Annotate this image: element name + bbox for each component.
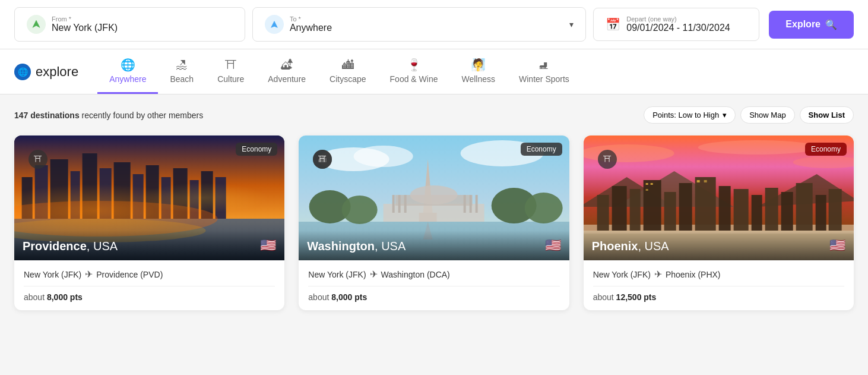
svg-rect-38 (470, 195, 472, 213)
card-badge-washington: Economy (521, 143, 562, 156)
tab-cityscape-label: Cityscape (330, 74, 366, 84)
logo-icon: 🌐 (14, 64, 31, 80)
sort-chevron-icon: ▾ (723, 111, 727, 119)
svg-rect-51 (612, 186, 626, 231)
card-location-providence: Providence, USA 🇺🇸 (14, 231, 284, 260)
tab-beach-label: Beach (170, 74, 194, 84)
card-price-phoenix: about 12,500 pts (593, 292, 844, 302)
tab-wellness-label: Wellness (462, 74, 496, 84)
card-city-phoenix: Phoenix, USA (592, 240, 669, 253)
to-label: To * (290, 15, 332, 23)
svg-marker-1 (271, 21, 278, 28)
svg-rect-9 (100, 168, 112, 219)
card-image-providence: ⛩ Economy Providence, USA 🇺🇸 (14, 135, 284, 260)
card-route-washington: New York (JFK) ✈ Washington (DCA) (308, 269, 559, 286)
svg-rect-13 (161, 177, 171, 219)
search-bar: From * New York (JFK) To * Anywhere ▾ 📅 … (0, 0, 868, 49)
svg-rect-8 (83, 153, 97, 219)
card-price-washington: about 8,000 pts (308, 292, 559, 302)
tab-food-wine[interactable]: 🍷 Food & Wine (378, 49, 450, 94)
tab-culture-label: Culture (217, 74, 244, 84)
route-to-washington: Washington (DCA) (381, 270, 450, 279)
card-location-phoenix: Phoenix, USA 🇺🇸 (584, 231, 854, 260)
show-map-button[interactable]: Show Map (740, 106, 794, 124)
tab-anywhere[interactable]: 🌐 Anywhere (97, 49, 158, 94)
svg-rect-68 (696, 180, 699, 182)
to-field[interactable]: To * Anywhere ▾ (252, 7, 586, 42)
svg-rect-52 (629, 189, 640, 231)
card-image-phoenix: ⛩ Economy Phoenix, USA 🇺🇸 (584, 135, 854, 260)
date-label: Depart (one way) (626, 15, 730, 23)
svg-rect-15 (190, 180, 199, 219)
tab-winter-sports[interactable]: ⛸ Winter Sports (507, 50, 581, 94)
svg-rect-65 (645, 183, 648, 185)
card-city-washington: Washington, USA (307, 240, 406, 253)
tab-wellness[interactable]: 🧖 Wellness (450, 49, 508, 94)
culture-tag-icon: ⛩ (28, 150, 47, 169)
svg-rect-12 (146, 165, 159, 219)
main-content: 147 destinations recently found by other… (0, 94, 868, 322)
destination-card-providence[interactable]: ⛩ Economy Providence, USA 🇺🇸 New York (J… (14, 135, 284, 310)
results-header: 147 destinations recently found by other… (14, 106, 854, 124)
svg-rect-56 (695, 177, 715, 231)
svg-rect-16 (201, 171, 213, 219)
date-field[interactable]: 📅 Depart (one way) 09/01/2024 - 11/30/20… (593, 8, 759, 41)
svg-rect-36 (404, 195, 407, 213)
from-value: New York (JFK) (52, 23, 118, 33)
nav-tabs: 🌐 Anywhere 🏖 Beach ⛩ Culture 🏕 Adventure… (97, 49, 581, 94)
svg-rect-39 (476, 195, 478, 213)
beach-icon: 🏖 (176, 58, 188, 72)
tab-cityscape[interactable]: 🏙 Cityscape (318, 50, 378, 94)
svg-point-30 (525, 193, 563, 223)
svg-rect-63 (815, 195, 826, 231)
card-location-washington: Washington, USA 🇺🇸 (299, 231, 569, 260)
svg-rect-67 (645, 189, 648, 191)
card-info-washington: New York (JFK) ✈ Washington (DCA) about … (299, 260, 569, 310)
culture-tag-icon-3: ⛩ (598, 150, 617, 169)
svg-point-28 (342, 196, 378, 224)
card-flag-providence: 🇺🇸 (260, 238, 276, 253)
card-info-phoenix: New York (JFK) ✈ Phoenix (PHX) about 12,… (584, 260, 854, 310)
tab-anywhere-label: Anywhere (109, 74, 146, 84)
svg-rect-54 (664, 192, 676, 231)
svg-rect-57 (718, 186, 730, 231)
sort-dropdown[interactable]: Points: Low to High ▾ (644, 106, 736, 124)
results-controls: Points: Low to High ▾ Show Map Show List (644, 106, 854, 124)
winter-sports-icon: ⛸ (538, 58, 550, 72)
svg-rect-10 (114, 162, 131, 219)
svg-rect-35 (398, 195, 401, 213)
tab-adventure-label: Adventure (268, 74, 306, 84)
tab-culture[interactable]: ⛩ Culture (205, 50, 256, 94)
tab-adventure[interactable]: 🏕 Adventure (256, 50, 318, 94)
anywhere-icon: 🌐 (121, 58, 135, 72)
from-field[interactable]: From * New York (JFK) (14, 7, 245, 42)
route-from-phoenix: New York (JFK) (593, 270, 651, 279)
svg-rect-61 (781, 192, 793, 231)
svg-rect-7 (71, 171, 80, 219)
food-wine-icon: 🍷 (407, 58, 422, 72)
svg-rect-58 (733, 189, 748, 231)
logo-text: explore (36, 64, 78, 80)
route-from-providence: New York (JFK) (24, 270, 81, 279)
svg-rect-55 (679, 183, 692, 231)
destination-card-washington[interactable]: 🏙 ⛩ Economy Washington, USA 🇺🇸 New York … (299, 135, 569, 310)
date-value: 09/01/2024 - 11/30/2024 (626, 23, 730, 33)
flight-arrow-icon-3: ✈ (654, 269, 662, 280)
card-route-phoenix: New York (JFK) ✈ Phoenix (PHX) (593, 269, 844, 286)
tab-beach[interactable]: 🏖 Beach (158, 50, 205, 94)
svg-point-22 (354, 146, 413, 167)
cityscape-icon: 🏙 (342, 58, 354, 72)
svg-marker-0 (33, 20, 40, 27)
explore-button[interactable]: Explore 🔍 (769, 11, 854, 39)
card-badge-phoenix: Economy (805, 143, 847, 156)
destination-card-phoenix[interactable]: ⛩ Economy Phoenix, USA 🇺🇸 New York (JFK)… (584, 135, 854, 310)
cards-grid: ⛩ Economy Providence, USA 🇺🇸 New York (J… (14, 135, 854, 310)
svg-rect-37 (464, 195, 466, 213)
show-list-button[interactable]: Show List (800, 106, 854, 124)
svg-rect-53 (643, 180, 661, 231)
svg-rect-34 (392, 195, 395, 213)
svg-rect-62 (796, 183, 812, 231)
svg-rect-14 (173, 168, 188, 219)
svg-rect-5 (35, 165, 48, 219)
calendar-icon: 📅 (606, 17, 620, 31)
